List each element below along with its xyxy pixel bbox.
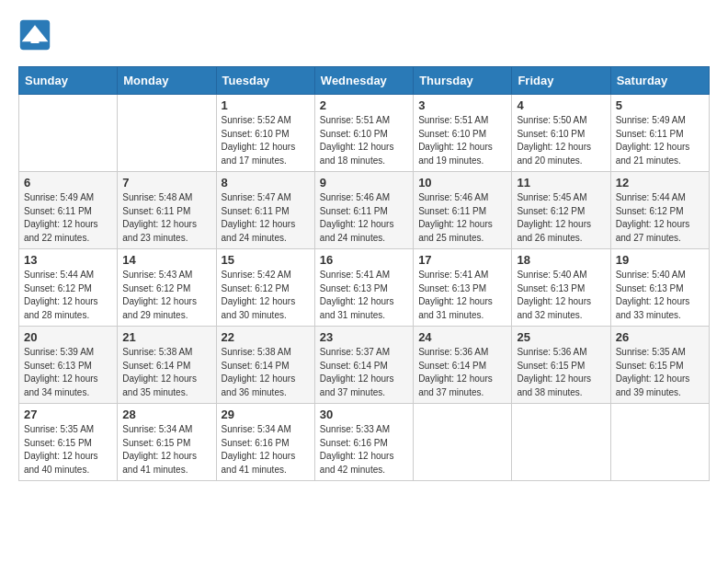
calendar-cell: 7Sunrise: 5:48 AM Sunset: 6:11 PM Daylig… bbox=[118, 172, 216, 249]
calendar-cell: 9Sunrise: 5:46 AM Sunset: 6:11 PM Daylig… bbox=[314, 172, 413, 249]
calendar-cell: 4Sunrise: 5:50 AM Sunset: 6:10 PM Daylig… bbox=[512, 95, 610, 172]
day-info: Sunrise: 5:40 AM Sunset: 6:13 PM Dayligh… bbox=[517, 269, 605, 322]
day-info: Sunrise: 5:33 AM Sunset: 6:16 PM Dayligh… bbox=[320, 423, 408, 477]
day-info: Sunrise: 5:43 AM Sunset: 6:12 PM Dayligh… bbox=[122, 269, 210, 322]
day-number: 28 bbox=[122, 408, 210, 421]
calendar-cell: 12Sunrise: 5:44 AM Sunset: 6:12 PM Dayli… bbox=[610, 172, 709, 249]
week-row-4: 27Sunrise: 5:35 AM Sunset: 6:15 PM Dayli… bbox=[19, 404, 710, 481]
day-info: Sunrise: 5:51 AM Sunset: 6:10 PM Dayligh… bbox=[418, 114, 506, 167]
calendar-cell bbox=[118, 95, 216, 172]
calendar-cell: 19Sunrise: 5:40 AM Sunset: 6:13 PM Dayli… bbox=[610, 249, 709, 327]
day-info: Sunrise: 5:44 AM Sunset: 6:12 PM Dayligh… bbox=[24, 269, 112, 322]
calendar-cell: 28Sunrise: 5:34 AM Sunset: 6:15 PM Dayli… bbox=[118, 404, 216, 481]
day-info: Sunrise: 5:38 AM Sunset: 6:14 PM Dayligh… bbox=[122, 346, 210, 399]
day-number: 26 bbox=[616, 330, 704, 344]
calendar-cell: 13Sunrise: 5:44 AM Sunset: 6:12 PM Dayli… bbox=[19, 249, 118, 327]
day-number: 19 bbox=[616, 253, 704, 267]
header bbox=[18, 18, 710, 52]
day-number: 16 bbox=[320, 253, 408, 267]
logo bbox=[18, 18, 55, 52]
page: SundayMondayTuesdayWednesdayThursdayFrid… bbox=[0, 0, 728, 490]
day-info: Sunrise: 5:41 AM Sunset: 6:13 PM Dayligh… bbox=[418, 269, 506, 322]
calendar-cell: 24Sunrise: 5:36 AM Sunset: 6:14 PM Dayli… bbox=[414, 327, 512, 404]
calendar-cell: 2Sunrise: 5:51 AM Sunset: 6:10 PM Daylig… bbox=[314, 95, 413, 172]
calendar-cell: 23Sunrise: 5:37 AM Sunset: 6:14 PM Dayli… bbox=[314, 327, 413, 404]
calendar-cell: 11Sunrise: 5:45 AM Sunset: 6:12 PM Dayli… bbox=[512, 172, 610, 249]
day-info: Sunrise: 5:37 AM Sunset: 6:14 PM Dayligh… bbox=[320, 346, 408, 399]
day-info: Sunrise: 5:42 AM Sunset: 6:12 PM Dayligh… bbox=[222, 269, 310, 322]
calendar-cell bbox=[610, 404, 709, 481]
week-row-0: 1Sunrise: 5:52 AM Sunset: 6:10 PM Daylig… bbox=[19, 95, 710, 172]
svg-rect-2 bbox=[31, 37, 40, 43]
day-number: 6 bbox=[24, 176, 112, 190]
logo-icon bbox=[18, 18, 51, 52]
day-info: Sunrise: 5:50 AM Sunset: 6:10 PM Dayligh… bbox=[517, 114, 605, 167]
calendar-cell: 21Sunrise: 5:38 AM Sunset: 6:14 PM Dayli… bbox=[118, 327, 216, 404]
calendar-cell: 22Sunrise: 5:38 AM Sunset: 6:14 PM Dayli… bbox=[216, 327, 314, 404]
weekday-header-tuesday: Tuesday bbox=[216, 67, 314, 95]
day-number: 13 bbox=[24, 253, 112, 267]
day-number: 5 bbox=[616, 98, 704, 112]
day-number: 2 bbox=[320, 98, 408, 112]
day-number: 29 bbox=[222, 408, 310, 421]
day-number: 8 bbox=[222, 176, 310, 190]
weekday-header-saturday: Saturday bbox=[610, 67, 709, 95]
calendar-cell: 18Sunrise: 5:40 AM Sunset: 6:13 PM Dayli… bbox=[512, 249, 610, 327]
day-info: Sunrise: 5:38 AM Sunset: 6:14 PM Dayligh… bbox=[222, 346, 310, 399]
calendar-cell: 1Sunrise: 5:52 AM Sunset: 6:10 PM Daylig… bbox=[216, 95, 314, 172]
day-info: Sunrise: 5:49 AM Sunset: 6:11 PM Dayligh… bbox=[616, 114, 704, 167]
day-info: Sunrise: 5:35 AM Sunset: 6:15 PM Dayligh… bbox=[24, 423, 112, 477]
calendar-cell: 16Sunrise: 5:41 AM Sunset: 6:13 PM Dayli… bbox=[314, 249, 413, 327]
day-info: Sunrise: 5:36 AM Sunset: 6:15 PM Dayligh… bbox=[517, 346, 605, 399]
day-number: 3 bbox=[418, 98, 506, 112]
calendar-cell bbox=[512, 404, 610, 481]
calendar-cell: 17Sunrise: 5:41 AM Sunset: 6:13 PM Dayli… bbox=[414, 249, 512, 327]
calendar-cell: 29Sunrise: 5:34 AM Sunset: 6:16 PM Dayli… bbox=[216, 404, 314, 481]
day-info: Sunrise: 5:49 AM Sunset: 6:11 PM Dayligh… bbox=[24, 191, 112, 245]
day-number: 9 bbox=[320, 176, 408, 190]
calendar-cell: 10Sunrise: 5:46 AM Sunset: 6:11 PM Dayli… bbox=[414, 172, 512, 249]
day-number: 11 bbox=[517, 176, 605, 190]
calendar-cell: 27Sunrise: 5:35 AM Sunset: 6:15 PM Dayli… bbox=[19, 404, 118, 481]
calendar-cell bbox=[414, 404, 512, 481]
calendar-cell bbox=[19, 95, 118, 172]
week-row-1: 6Sunrise: 5:49 AM Sunset: 6:11 PM Daylig… bbox=[19, 172, 710, 249]
day-number: 7 bbox=[122, 176, 210, 190]
day-info: Sunrise: 5:39 AM Sunset: 6:13 PM Dayligh… bbox=[24, 346, 112, 399]
weekday-header-wednesday: Wednesday bbox=[314, 67, 413, 95]
day-number: 1 bbox=[222, 98, 310, 112]
day-number: 18 bbox=[517, 253, 605, 267]
calendar-cell: 14Sunrise: 5:43 AM Sunset: 6:12 PM Dayli… bbox=[118, 249, 216, 327]
day-number: 21 bbox=[122, 330, 210, 344]
day-number: 15 bbox=[222, 253, 310, 267]
day-number: 24 bbox=[418, 330, 506, 344]
calendar-cell: 3Sunrise: 5:51 AM Sunset: 6:10 PM Daylig… bbox=[414, 95, 512, 172]
calendar-cell: 6Sunrise: 5:49 AM Sunset: 6:11 PM Daylig… bbox=[19, 172, 118, 249]
day-number: 12 bbox=[616, 176, 704, 190]
day-info: Sunrise: 5:41 AM Sunset: 6:13 PM Dayligh… bbox=[320, 269, 408, 322]
calendar-cell: 8Sunrise: 5:47 AM Sunset: 6:11 PM Daylig… bbox=[216, 172, 314, 249]
calendar-table: SundayMondayTuesdayWednesdayThursdayFrid… bbox=[18, 66, 710, 481]
calendar-cell: 20Sunrise: 5:39 AM Sunset: 6:13 PM Dayli… bbox=[19, 327, 118, 404]
week-row-3: 20Sunrise: 5:39 AM Sunset: 6:13 PM Dayli… bbox=[19, 327, 710, 404]
calendar-cell: 15Sunrise: 5:42 AM Sunset: 6:12 PM Dayli… bbox=[216, 249, 314, 327]
day-number: 25 bbox=[517, 330, 605, 344]
day-info: Sunrise: 5:45 AM Sunset: 6:12 PM Dayligh… bbox=[517, 191, 605, 245]
week-row-2: 13Sunrise: 5:44 AM Sunset: 6:12 PM Dayli… bbox=[19, 249, 710, 327]
day-info: Sunrise: 5:44 AM Sunset: 6:12 PM Dayligh… bbox=[616, 191, 704, 245]
day-number: 20 bbox=[24, 330, 112, 344]
day-number: 17 bbox=[418, 253, 506, 267]
day-number: 10 bbox=[418, 176, 506, 190]
day-info: Sunrise: 5:48 AM Sunset: 6:11 PM Dayligh… bbox=[122, 191, 210, 245]
day-info: Sunrise: 5:34 AM Sunset: 6:15 PM Dayligh… bbox=[122, 423, 210, 477]
day-info: Sunrise: 5:51 AM Sunset: 6:10 PM Dayligh… bbox=[320, 114, 408, 167]
calendar-cell: 5Sunrise: 5:49 AM Sunset: 6:11 PM Daylig… bbox=[610, 95, 709, 172]
calendar-cell: 30Sunrise: 5:33 AM Sunset: 6:16 PM Dayli… bbox=[314, 404, 413, 481]
day-number: 23 bbox=[320, 330, 408, 344]
day-info: Sunrise: 5:40 AM Sunset: 6:13 PM Dayligh… bbox=[616, 269, 704, 322]
weekday-header-row: SundayMondayTuesdayWednesdayThursdayFrid… bbox=[19, 67, 710, 95]
day-number: 27 bbox=[24, 408, 112, 421]
day-info: Sunrise: 5:46 AM Sunset: 6:11 PM Dayligh… bbox=[320, 191, 408, 245]
day-number: 4 bbox=[517, 98, 605, 112]
day-info: Sunrise: 5:46 AM Sunset: 6:11 PM Dayligh… bbox=[418, 191, 506, 245]
